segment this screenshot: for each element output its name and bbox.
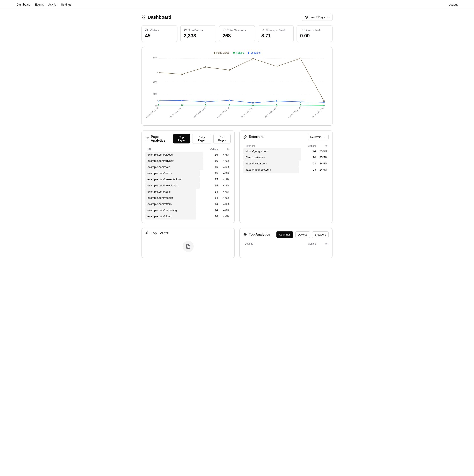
table-row[interactable]: example.com/privacy 16 4.6%	[146, 158, 231, 164]
row-pct: 4.6%	[218, 166, 229, 169]
svg-point-46	[276, 104, 277, 106]
row-visitors: 24	[304, 156, 316, 159]
table-row[interactable]: Direct/Unknown 24 25.5%	[243, 154, 328, 161]
row-pct: 4.0%	[218, 190, 229, 193]
top-events-empty	[146, 239, 231, 255]
stat-value: 8.71	[261, 33, 290, 39]
nav-dashboard[interactable]: Dashboard	[16, 3, 31, 6]
tab-countries[interactable]: Countries	[277, 231, 293, 238]
row-name: https://google.com	[245, 150, 304, 153]
legend-item[interactable]: Sessions	[248, 51, 261, 54]
page-analytics-tabs: Top PagesEntry PagesExit Pages	[173, 134, 231, 143]
tab-entry-pages[interactable]: Entry Pages	[192, 134, 211, 143]
tab-exit-pages[interactable]: Exit Pages	[213, 134, 231, 143]
row-visitors: 16	[206, 159, 218, 162]
stat-label-row: Total Views	[184, 28, 213, 32]
tab-devices[interactable]: Devices	[295, 231, 310, 238]
col-visitors: Visitors	[304, 144, 316, 147]
chevron-down-icon	[323, 136, 326, 138]
legend-label: Sessions	[251, 51, 261, 54]
top-analytics-title: Top Analytics	[249, 233, 270, 236]
link-icon	[243, 135, 247, 139]
svg-point-54	[276, 101, 277, 102]
svg-point-48	[324, 105, 325, 106]
svg-point-52	[229, 100, 230, 101]
svg-text:Mar 8, 2025, 1 AM: Mar 8, 2025, 1 AM	[288, 107, 301, 118]
col-pct: %	[316, 242, 327, 245]
legend-dot	[248, 52, 249, 54]
logout-link[interactable]: Logout	[449, 3, 458, 6]
svg-text:397: 397	[153, 57, 157, 59]
svg-point-44	[229, 104, 230, 106]
chevron-down-icon	[327, 16, 329, 19]
legend-item[interactable]: Visitors	[233, 51, 244, 54]
table-row[interactable]: example.com/downloads 15 4.3%	[146, 183, 231, 189]
line-chart: 0100200397Mar 2, 2025, 1 AMMar 3, 2025, …	[146, 56, 328, 123]
nav-ask-ai[interactable]: Ask AI	[48, 3, 56, 6]
table-row[interactable]: https://facebook.com 23 24.5%	[243, 167, 328, 173]
table-row[interactable]: example.com/presentations 15 4.3%	[146, 176, 231, 183]
svg-point-42	[181, 104, 182, 106]
page-analytics-body[interactable]: example.com/videos 16 4.6% example.com/p…	[146, 152, 231, 220]
stat-value: 0.00	[300, 33, 329, 39]
svg-text:Mar 7, 2025, 1 AM: Mar 7, 2025, 1 AM	[264, 107, 277, 118]
row-pct: 4.3%	[218, 178, 229, 181]
clock-icon	[305, 16, 308, 19]
table-row[interactable]: example.com/gitlab 14 4.0%	[146, 213, 231, 220]
stat-card: Views per Visit 8.71	[258, 25, 294, 42]
svg-text:0: 0	[155, 105, 157, 107]
tab-top-pages[interactable]: Top Pages	[173, 134, 190, 143]
date-range-button[interactable]: Last 7 Days	[302, 14, 332, 21]
row-pct: 24.5%	[316, 162, 327, 165]
row-pct: 25.5%	[316, 150, 327, 153]
tab-browsers[interactable]: Browsers	[312, 231, 328, 238]
svg-point-5	[146, 29, 147, 30]
legend-item[interactable]: Page Views	[213, 51, 229, 54]
empty-state-icon-circle	[182, 241, 194, 252]
row-name: example.com/videos	[147, 153, 206, 156]
table-row[interactable]: example.com/videos 16 4.6%	[146, 152, 231, 158]
referrers-dropdown[interactable]: Referrers	[308, 134, 328, 140]
row-visitors: 14	[206, 196, 218, 199]
table-row[interactable]: example.com/marketing 14 4.0%	[146, 207, 231, 213]
svg-rect-1	[144, 16, 145, 17]
date-range-label: Last 7 Days	[310, 16, 325, 19]
table-row[interactable]: example.com/terms 15 4.3%	[146, 170, 231, 176]
chart-legend: Page ViewsVisitorsSessions	[146, 51, 328, 54]
stat-card: Total Views 2,333	[180, 25, 216, 42]
row-visitors: 16	[206, 153, 218, 156]
row-name: example.com/presentations	[147, 178, 206, 181]
users-icon	[145, 28, 148, 32]
chart-wrap: 0100200397Mar 2, 2025, 1 AMMar 3, 2025, …	[146, 56, 328, 123]
svg-rect-2	[142, 18, 143, 19]
stat-value: 2,333	[184, 33, 213, 39]
svg-point-34	[181, 74, 182, 75]
table-row[interactable]: example.com/tools 14 4.0%	[146, 189, 231, 195]
stat-label-row: Visitors	[145, 28, 174, 32]
svg-point-41	[158, 104, 159, 106]
nav-settings[interactable]: Settings	[61, 3, 71, 6]
row-name: Direct/Unknown	[245, 156, 304, 159]
row-name: example.com/downloads	[147, 184, 206, 187]
row-pct: 4.0%	[218, 209, 229, 212]
row-name: example.com/privacy	[147, 159, 206, 162]
table-row[interactable]: example.com/receipt 14 4.0%	[146, 195, 231, 201]
svg-point-40	[324, 101, 325, 102]
svg-point-56	[324, 102, 325, 103]
svg-text:Mar 4, 2025, 1 AM: Mar 4, 2025, 1 AM	[193, 107, 206, 118]
table-row[interactable]: example.com/polls 16 4.6%	[146, 164, 231, 170]
row-visitors: 15	[206, 184, 218, 187]
table-row[interactable]: https://google.com 24 25.5%	[243, 148, 328, 154]
row-visitors: 23	[304, 162, 316, 165]
nav-events[interactable]: Events	[35, 3, 44, 6]
stat-label: Total Views	[189, 29, 203, 32]
table-row[interactable]: https://twitter.com 23 24.5%	[243, 161, 328, 167]
col-visitors: Visitors	[304, 242, 316, 245]
svg-point-47	[300, 104, 301, 106]
table-row[interactable]: example.com/offers 14 4.0%	[146, 201, 231, 207]
page-analytics-panel: Page Analytics Top PagesEntry PagesExit …	[142, 131, 234, 223]
svg-point-39	[300, 58, 301, 59]
external-link-icon	[146, 137, 149, 140]
top-events-title: Top Events	[151, 231, 168, 235]
stat-label-row: Views per Visit	[261, 28, 290, 32]
